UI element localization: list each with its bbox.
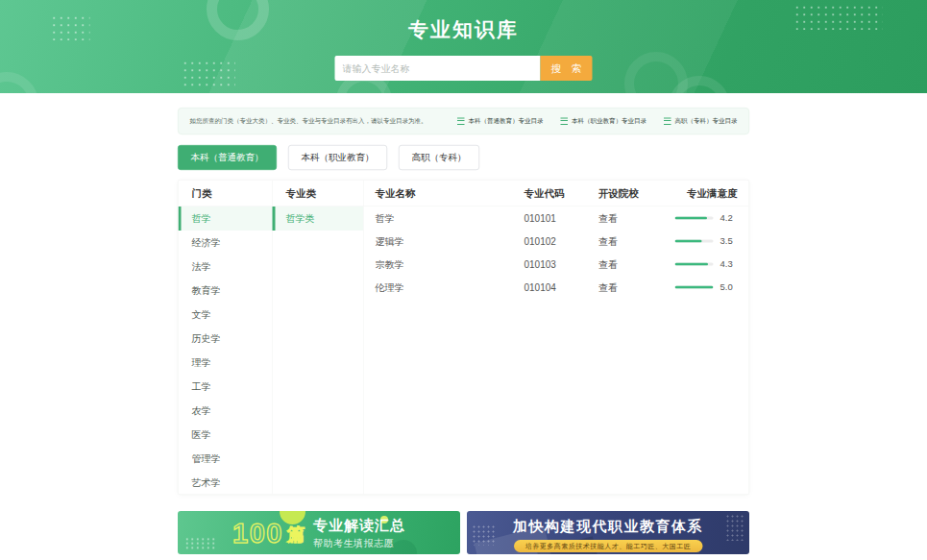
list-icon (457, 117, 465, 125)
col-header-satisfaction: 专业满意度 (664, 181, 738, 207)
category-item[interactable]: 工学 (179, 375, 273, 399)
table-row: 宗教学010103查看4.3 (364, 253, 749, 276)
banner-right-subtitle: 培养更多高素质技术技能人才、能工巧匠、大国工匠 (514, 540, 703, 552)
page-title: 专业知识库 (0, 0, 927, 43)
view-schools-link[interactable]: 查看 (598, 257, 664, 271)
specialty-code: 010101 (524, 212, 599, 224)
majors-table-body: 哲学010101查看4.2逻辑学010102查看3.5宗教学010103查看4.… (364, 207, 749, 299)
category-item[interactable]: 历史学 (179, 327, 273, 351)
category-item[interactable]: 理学 (179, 351, 273, 375)
col-header-schools: 开设院校 (598, 181, 664, 207)
category-list: 哲学经济学法学教育学文学历史学理学工学农学医学管理学艺术学 (179, 207, 273, 495)
specialty-code: 010104 (524, 281, 599, 293)
decor-ring (0, 72, 38, 93)
satisfaction-bar-fill (675, 286, 714, 289)
category-item[interactable]: 教育学 (179, 279, 273, 303)
majors-table: 专业名称 专业代码 开设院校 专业满意度 哲学010101查看4.2逻辑学010… (364, 181, 749, 495)
tab[interactable]: 本科（普通教育） (178, 145, 277, 170)
category-item[interactable]: 农学 (179, 399, 273, 423)
satisfaction-cell: 3.5 (664, 236, 738, 247)
catalog-link-label: 本科（普通教育）专业目录 (469, 117, 544, 126)
satisfaction-cell: 4.2 (664, 213, 738, 224)
view-schools-link[interactable]: 查看 (598, 234, 664, 248)
banner-left-title: 专业解读汇总 (313, 516, 405, 536)
subcategory-column: 专业类 哲学类 (273, 181, 364, 495)
banner-right-title: 加快构建现代职业教育体系 (467, 517, 749, 537)
satisfaction-value: 5.0 (720, 282, 738, 293)
view-schools-link[interactable]: 查看 (598, 211, 664, 225)
catalog-link[interactable]: 本科（普通教育）专业目录 (457, 117, 544, 126)
banner-major-guides[interactable]: 100 篇 专业解读汇总 帮助考生填报志愿 (178, 511, 460, 554)
satisfaction-bar-fill (675, 217, 708, 220)
satisfaction-bar (675, 217, 714, 220)
category-column-header: 门类 (179, 181, 273, 207)
list-icon (561, 117, 569, 125)
satisfaction-cell: 5.0 (664, 282, 738, 293)
catalog-panel: 门类 哲学经济学法学教育学文学历史学理学工学农学医学管理学艺术学 专业类 哲学类… (178, 180, 749, 495)
satisfaction-cell: 4.3 (664, 259, 738, 270)
subcategory-list: 哲学类 (273, 207, 364, 231)
banner-vocational-education[interactable]: 加快构建现代职业教育体系 培养更多高素质技术技能人才、能工巧匠、大国工匠 (467, 511, 749, 554)
category-item[interactable]: 管理学 (179, 447, 273, 471)
category-item[interactable]: 哲学 (179, 207, 273, 231)
specialty-code: 010103 (524, 258, 599, 270)
decor-dot-grid (182, 60, 235, 89)
specialty-name: 逻辑学 (376, 234, 524, 248)
banner-count-unit: 篇 (287, 522, 305, 547)
view-schools-link[interactable]: 查看 (598, 280, 664, 294)
category-item[interactable]: 艺术学 (179, 471, 273, 495)
search-button[interactable]: 搜 索 (541, 56, 593, 81)
col-header-name: 专业名称 (376, 181, 524, 207)
promo-banners: 100 篇 专业解读汇总 帮助考生填报志愿 加快构建现代职业教育体系 培养更多高… (178, 511, 749, 554)
satisfaction-bar-fill (675, 240, 702, 243)
specialty-code: 010102 (524, 235, 599, 247)
table-row: 哲学010101查看4.2 (364, 207, 749, 230)
catalog-link-label: 高职（专科）专业目录 (675, 117, 738, 126)
tab[interactable]: 本科（职业教育） (288, 145, 387, 170)
majors-table-header: 专业名称 专业代码 开设院校 专业满意度 (364, 181, 749, 207)
category-item[interactable]: 法学 (179, 255, 273, 279)
satisfaction-bar (675, 240, 714, 243)
satisfaction-value: 4.3 (720, 259, 738, 270)
category-item[interactable]: 经济学 (179, 231, 273, 255)
category-column: 门类 哲学经济学法学教育学文学历史学理学工学农学医学管理学艺术学 (179, 181, 273, 495)
table-row: 伦理学010104查看5.0 (364, 276, 749, 299)
hero-header: 专业知识库 搜 索 (0, 0, 927, 93)
catalog-link-label: 本科（职业教育）专业目录 (572, 117, 646, 126)
catalog-link[interactable]: 本科（职业教育）专业目录 (561, 117, 647, 126)
list-icon (664, 117, 671, 125)
banner-count: 100 (232, 517, 283, 549)
notice-bar: 如您所查的门类（专业大类）、专业类、专业与专业目录有出入，请以专业目录为准。 本… (178, 108, 749, 134)
notice-text: 如您所查的门类（专业大类）、专业类、专业与专业目录有出入，请以专业目录为准。 (190, 117, 427, 126)
satisfaction-bar (675, 263, 714, 266)
satisfaction-value: 3.5 (720, 236, 738, 247)
tab[interactable]: 高职（专科） (399, 145, 479, 170)
decor-dot-grid (184, 537, 216, 549)
satisfaction-bar-fill (675, 263, 708, 266)
table-row: 逻辑学010102查看3.5 (364, 230, 749, 253)
banner-left-subtitle: 帮助考生填报志愿 (313, 537, 405, 550)
search-bar: 搜 索 (335, 56, 593, 81)
specialty-name: 宗教学 (376, 257, 524, 271)
search-input[interactable] (335, 56, 541, 81)
satisfaction-bar (675, 286, 714, 289)
subcategory-item[interactable]: 哲学类 (273, 207, 364, 231)
catalog-links: 本科（普通教育）专业目录本科（职业教育）专业目录高职（专科）专业目录 (457, 117, 738, 126)
tabs: 本科（普通教育）本科（职业教育）高职（专科） (178, 145, 749, 170)
catalog-link[interactable]: 高职（专科）专业目录 (664, 117, 738, 126)
specialty-name: 哲学 (376, 211, 524, 225)
col-header-code: 专业代码 (524, 181, 599, 207)
category-item[interactable]: 文学 (179, 303, 273, 327)
specialty-name: 伦理学 (376, 280, 524, 294)
satisfaction-value: 4.2 (720, 213, 738, 224)
category-item[interactable]: 医学 (179, 423, 273, 447)
subcategory-column-header: 专业类 (273, 181, 364, 207)
